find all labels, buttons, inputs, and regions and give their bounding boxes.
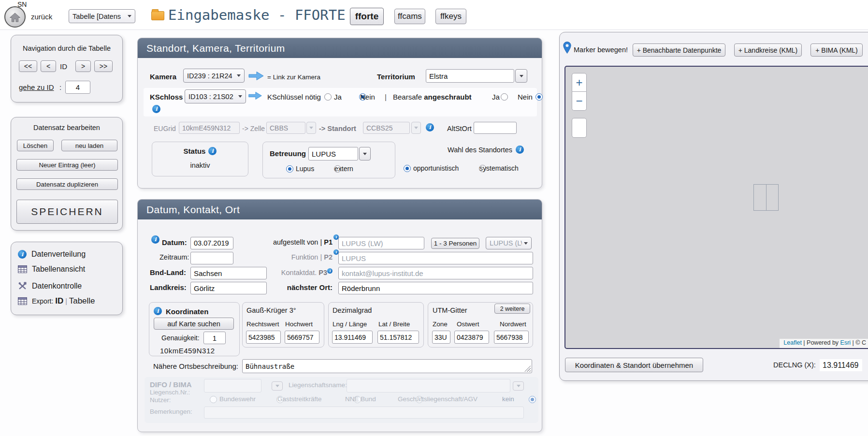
reload-button[interactable]: neu laden <box>61 140 117 151</box>
first-record-button[interactable]: << <box>19 60 37 72</box>
tools-item-datenkontrolle[interactable]: Datenkontrolle <box>18 281 82 291</box>
save-button[interactable]: SPEICHERN <box>16 200 118 224</box>
standort-panel-title: Standort, Kamera, Territorium <box>138 38 542 58</box>
info-icon-small[interactable] <box>327 268 333 274</box>
kschloss-select[interactable]: ID103 : 21S02 <box>185 89 246 103</box>
betreuung-dropdown-button[interactable] <box>359 147 371 160</box>
zone-input[interactable] <box>432 331 450 344</box>
status-box: Status inaktiv <box>152 142 248 176</box>
radio-wahl-opportunistisch[interactable] <box>404 165 411 172</box>
lat-input[interactable] <box>377 331 419 344</box>
dezimal-title: Dezimalgrad <box>333 306 372 314</box>
territorium-input[interactable] <box>426 69 514 83</box>
attribution-tail: | © C <box>851 339 866 346</box>
map-panel: Marker bewegen! + Benachbarte Datenpunkt… <box>559 32 868 381</box>
tools-item-tabellenansicht[interactable]: Tabellenansicht <box>18 265 85 274</box>
goto-id-link[interactable]: gehe zu ID <box>19 83 54 91</box>
altstort-input[interactable] <box>474 122 517 134</box>
layers-control-button[interactable] <box>572 118 587 138</box>
info-icon[interactable] <box>516 145 524 154</box>
info-icon[interactable] <box>151 235 159 244</box>
wahl-label: Wahl des Standortes <box>448 146 512 154</box>
info-icon[interactable] <box>426 123 434 131</box>
eugrid-label: EUGrid <box>154 125 176 132</box>
map-marker-placeholder[interactable] <box>753 184 779 211</box>
status-label-row: Status <box>152 147 248 155</box>
ortsbeschreibung-textarea[interactable]: Bühnaustraße <box>242 359 532 373</box>
radio-betreuung-lupus[interactable] <box>286 165 293 173</box>
chevron-down-icon <box>128 15 131 17</box>
last-record-button[interactable]: >> <box>94 60 113 72</box>
territorium-dropdown-button[interactable] <box>515 69 527 83</box>
liegenschaftsname-input <box>347 379 510 392</box>
p3-input[interactable] <box>338 267 533 279</box>
back-link[interactable]: zurück <box>31 13 52 21</box>
delete-button[interactable]: Löschen <box>17 140 54 151</box>
zoom-out-button[interactable]: − <box>572 92 587 111</box>
camera-link-arrow-icon[interactable] <box>248 71 264 81</box>
info-icon[interactable] <box>208 147 217 155</box>
hochwert-input[interactable] <box>285 331 319 344</box>
p1-input[interactable] <box>338 237 424 249</box>
radio-bearsafe-ja[interactable] <box>501 93 508 101</box>
info-icon[interactable] <box>154 307 162 315</box>
rechtswert-input[interactable] <box>246 331 281 344</box>
declng-label: DECLNG (X): <box>773 361 816 369</box>
duplicate-button[interactable]: Datensatz duplizieren <box>16 178 118 190</box>
landkreise-kml-button[interactable]: + Landkreise (KML) <box>734 44 802 57</box>
goto-id-input[interactable] <box>65 81 90 94</box>
ort-input[interactable] <box>338 282 533 294</box>
next-record-button[interactable]: > <box>75 60 91 72</box>
export-table-link[interactable]: Tabelle <box>69 296 95 305</box>
marker-pin-icon <box>563 41 571 54</box>
ort-label: nächster Ort: <box>253 283 333 291</box>
map-canvas[interactable]: + − Leaflet | Powered by Esri | © C <box>564 66 868 349</box>
eugrid-input <box>179 122 240 134</box>
apply-coordinates-button[interactable]: Koordinaten & Standort übernehmen <box>565 358 703 372</box>
status-label: Status <box>184 147 206 155</box>
radio-nutzer-kein-label: kein <box>502 395 514 403</box>
new-entry-button[interactable]: Neuer Eintrag (leer) <box>16 159 118 171</box>
zoom-in-button[interactable]: + <box>572 73 587 92</box>
personen-button[interactable]: 1 - 3 Personen <box>431 238 479 249</box>
genauigkeit-input[interactable] <box>203 332 226 344</box>
resize-handle[interactable] <box>524 365 531 372</box>
zeitraum-input[interactable] <box>190 252 233 264</box>
zone-col-label: Zone <box>433 320 448 328</box>
table-select[interactable]: Tabelle [Datens <box>69 9 135 23</box>
kamera-select[interactable]: ID239 : 21R24 <box>183 69 245 83</box>
betreuung-input[interactable] <box>308 147 358 160</box>
radio-bearsafe-nein[interactable] <box>535 93 543 101</box>
radio-kschluessel-ja[interactable] <box>324 93 332 101</box>
more-coords-button[interactable]: 2 weitere <box>494 304 530 314</box>
export-id-link[interactable]: ID <box>55 296 63 305</box>
nav-button-ffcams[interactable]: ffcams <box>394 9 425 24</box>
prev-record-button[interactable]: < <box>41 60 56 72</box>
neighbors-button[interactable]: + Benachbarte Datenpunkte <box>633 44 725 57</box>
info-icon[interactable] <box>152 105 160 113</box>
datum-input[interactable] <box>190 237 233 249</box>
bemerkungen-input <box>204 407 524 419</box>
tools-item-datenverteilung[interactable]: Datenverteilung <box>18 250 86 259</box>
radio-nutzer-gaststreitkraefte-label: Gaststreitkräfte <box>277 395 322 403</box>
ostwert-input[interactable] <box>454 331 489 344</box>
liegenschaftsname-label: Liegenschaftsname: <box>289 381 347 389</box>
camera-link-hint: = Link zur Kamera <box>267 73 320 81</box>
nav-button-fforte[interactable]: fforte <box>350 8 384 25</box>
nav-button-ffkeys[interactable]: ffkeys <box>435 9 466 24</box>
bima-kml-button[interactable]: + BIMA (KML) <box>810 44 863 57</box>
home-button[interactable] <box>4 6 26 28</box>
p2-input[interactable] <box>338 252 533 264</box>
leaflet-link[interactable]: Leaflet <box>783 339 802 346</box>
p1-select[interactable]: LUPUS (LW <box>486 237 532 249</box>
esri-link[interactable]: Esri <box>840 339 851 346</box>
map-search-button[interactable]: auf Karte suchen <box>154 318 234 330</box>
chevron-down-icon <box>520 75 523 77</box>
kschloss-label: KSchloss <box>150 93 183 101</box>
kschloss-link-arrow-icon[interactable] <box>248 91 262 101</box>
tools-icon <box>18 281 27 291</box>
lng-input[interactable] <box>332 331 373 344</box>
nordwert-input[interactable] <box>494 331 529 344</box>
radio-kschluessel-nein-label: Nein <box>360 93 375 101</box>
utm-box: UTM-Gitter 2 weitere Zone Ostwert Nordwe… <box>428 302 533 348</box>
